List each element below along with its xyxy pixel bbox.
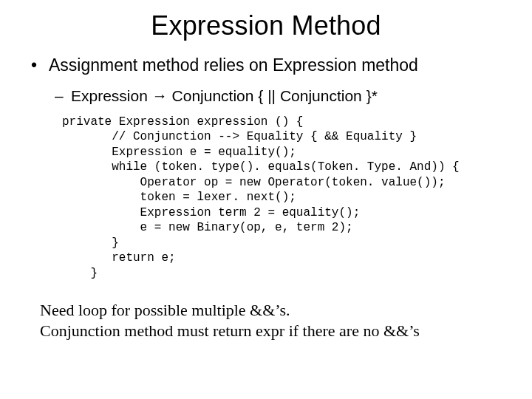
- footer-line-2: Conjunction method must return expr if t…: [40, 321, 511, 341]
- arrow-icon: →: [152, 87, 168, 104]
- bullet-dot-icon: •: [31, 55, 49, 76]
- code-block: private Expression expression () { // Co…: [62, 115, 511, 281]
- slide-title: Expression Method: [21, 10, 511, 41]
- bullet-l1-text: Assignment method relies on Expression m…: [49, 55, 418, 75]
- bullet-level-2: –Expression → Conjunction { || Conjuncti…: [55, 86, 511, 106]
- bullet-dash-icon: –: [55, 86, 71, 106]
- footer-line-1: Need loop for possible multiple &&’s.: [40, 300, 511, 321]
- bullet-l2-prefix: Expression: [71, 87, 152, 104]
- slide: Expression Method •Assignment method rel…: [0, 0, 532, 399]
- bullet-l2-suffix: Conjunction { || Conjunction }*: [168, 87, 378, 104]
- bullet-level-1: •Assignment method relies on Expression …: [31, 55, 511, 76]
- footer-note: Need loop for possible multiple &&’s. Co…: [40, 300, 511, 341]
